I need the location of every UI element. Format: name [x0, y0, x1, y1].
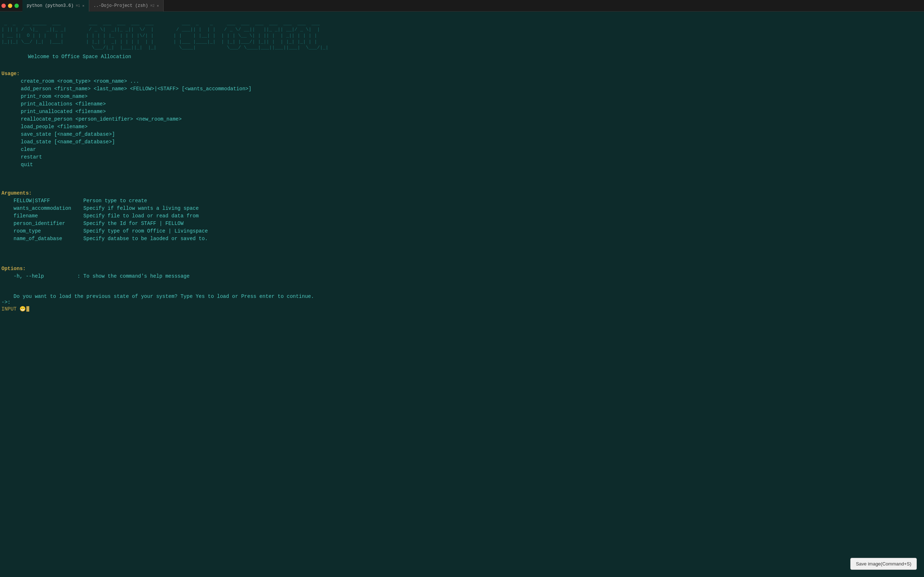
cmd-restart: restart — [9, 154, 42, 160]
arg-room-type: room_type Specify type of room Office | … — [14, 228, 208, 234]
tab-zsh[interactable]: ..-Dojo-Project (zsh) ⌘2 ✕ — [89, 0, 164, 11]
arrow-prompt: ->: — [2, 299, 922, 305]
tab-zsh-shortcut: ⌘2 — [150, 3, 155, 8]
usage-section: Usage: create_room <room_type> <room_nam… — [2, 63, 922, 176]
input-line[interactable]: INPUT 😁 — [2, 306, 922, 312]
window-controls — [2, 3, 19, 8]
arg-filename: filename Specify file to load or read da… — [14, 213, 199, 219]
tab-bar: python (python3.6) ⌘1 ✕ ..-Dojo-Project … — [0, 0, 924, 11]
arguments-section: Arguments: FELLOW|STAFF Person type to c… — [2, 182, 922, 250]
tab-zsh-label: ..-Dojo-Project (zsh) — [94, 3, 148, 8]
save-image-button[interactable]: Save image(Command+S) — [850, 558, 917, 570]
cmd-load-state: load_state [<name_of_database>] — [9, 139, 115, 145]
cmd-print-unallocated: print_unallocated <filename> — [9, 109, 106, 114]
tab-python-shortcut: ⌘1 — [76, 3, 80, 8]
tab-python[interactable]: python (python3.6) ⌘1 ✕ — [23, 0, 89, 11]
options-label: Options: — [2, 266, 26, 272]
tab-zsh-close-icon[interactable]: ✕ — [157, 3, 159, 8]
welcome-message: Welcome to Office Space Allocation — [16, 54, 922, 60]
terminal-window[interactable]: _ _ __ _____ ___ ___ ___ ___ ___ ___ ___… — [0, 11, 924, 577]
cmd-print-room: print_room <room_name> — [9, 93, 87, 99]
window-minimize-button[interactable] — [8, 3, 12, 8]
cmd-add-person: add_person <first_name> <last_name> <FEL… — [9, 86, 252, 92]
cmd-create-room: create_room <room_type> <room_name> ... — [9, 78, 139, 84]
window-close-button[interactable] — [2, 3, 6, 8]
arg-fellow-staff: FELLOW|STAFF Person type to create — [14, 198, 147, 204]
tab-python-close-icon[interactable]: ✕ — [82, 3, 84, 8]
window-maximize-button[interactable] — [15, 3, 19, 8]
arg-person-identifier: person_identifier Specify the Id for STA… — [14, 221, 184, 226]
option-help: -h, --help : To show the command's help … — [14, 273, 190, 279]
usage-label: Usage: — [2, 71, 19, 77]
cmd-save-state: save_state [<name_of_database>] — [9, 131, 115, 137]
cmd-quit: quit — [9, 162, 33, 168]
options-section: Options: -h, --help : To show the comman… — [2, 258, 922, 288]
input-prefix: INPUT 😁 — [2, 306, 26, 312]
cmd-clear: clear — [9, 147, 36, 152]
arg-wants-accommodation: wants_accommodation Specify if fellow wa… — [14, 205, 199, 211]
arg-name-of-database: name_of_database Specify databse to be l… — [14, 236, 208, 242]
cmd-load-people: load_people <filename> — [9, 124, 87, 130]
load-question: Do you want to load the previous state o… — [2, 293, 922, 299]
cursor-blink — [26, 306, 29, 312]
tab-python-label: python (python3.6) — [27, 3, 74, 8]
cmd-reallocate-person: reallocate_person <person_identifier> <n… — [9, 116, 182, 122]
ascii-art-banner: _ _ __ _____ ___ ___ ___ ___ ___ ___ ___… — [2, 15, 922, 51]
cmd-print-allocations: print_allocations <filename> — [9, 101, 106, 107]
arguments-label: Arguments: — [2, 190, 32, 196]
